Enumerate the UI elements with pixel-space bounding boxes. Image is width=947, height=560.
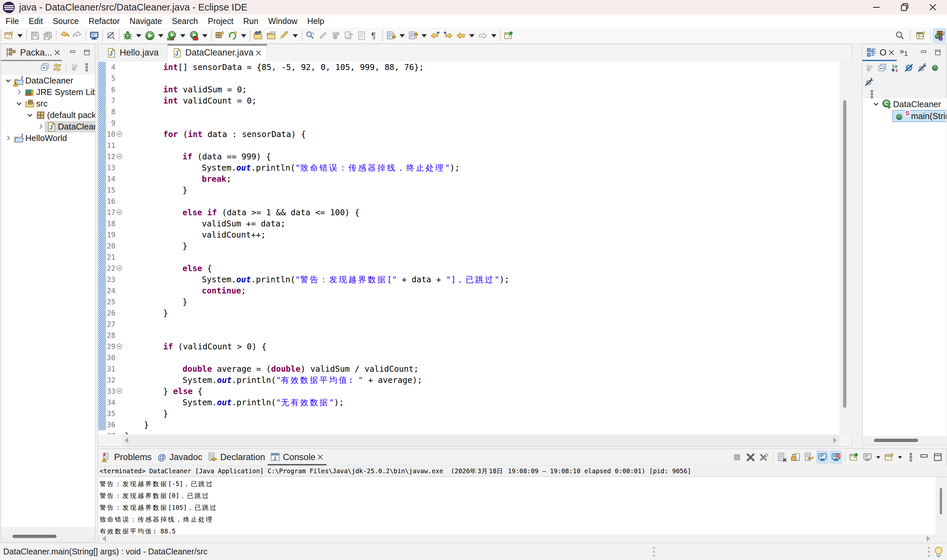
fold-collapse-icon[interactable] [116,388,122,394]
toolbar-button-save[interactable] [29,29,42,42]
pe-tool-focus[interactable] [70,62,80,74]
menu-item-file[interactable]: File [1,14,24,28]
toolbar-dropdown-next-annotation[interactable] [397,29,407,42]
vscroll-thumb[interactable] [940,488,942,514]
close-view-icon[interactable] [888,49,895,56]
console-tool-view-menu[interactable] [905,451,917,463]
toolbar-button-coverage[interactable] [165,29,178,42]
menu-item-run[interactable]: Run [239,14,263,28]
code-line-34[interactable]: 34System.out.println("无有效数据"); [98,397,839,408]
fold-collapse-icon[interactable] [116,265,122,271]
toolbar-button-forward[interactable] [476,29,489,42]
outline-tool-hide-fields[interactable] [904,63,914,74]
console-tool-show-stderr[interactable] [830,451,842,463]
code-line-33[interactable]: 33} else { [98,386,839,397]
outline-tool-sort[interactable] [891,63,901,74]
toolbar-button-prev-edit-location[interactable] [429,29,442,42]
tab-problems[interactable]: Problems [99,449,154,465]
toolbar-button-debug[interactable] [121,29,134,42]
tree-item-src[interactable]: src [1,98,95,109]
tree-item-main-string-args-[interactable]: Smain(String[] args) [863,110,946,122]
console-hscrollbar[interactable] [98,535,947,543]
tree-item-helloworld[interactable]: HelloWorld [1,132,95,144]
console-tool-scroll-lock[interactable] [790,451,801,463]
console-tool-open-console[interactable] [883,451,895,463]
tree-item--default-package-[interactable]: (default package) [1,109,95,121]
toolbar-button-mark-occurrences[interactable] [278,29,291,42]
toolbar-button-external-tools[interactable] [188,29,200,42]
code-line-7[interactable]: 7int validCount = 0; [98,95,839,106]
console-tool-remove-all-terminated[interactable] [758,451,770,463]
scroll-left-arrow[interactable] [125,437,128,443]
code-line-20[interactable]: 20} [98,240,839,252]
toolbar-button-open-folder[interactable] [265,29,278,42]
menu-item-window[interactable]: Window [263,14,302,28]
tree-item-datacleaner[interactable]: DataCleaner [863,98,946,110]
toolbar-dropdown-forward[interactable] [489,29,499,42]
maximize-view-icon[interactable] [83,49,91,56]
toolbar-button-next-annotation[interactable] [385,29,397,42]
code-line-8[interactable]: 8 [98,106,839,118]
console-tool-clear-console[interactable] [776,451,788,463]
toolbar-dropdown-new-wizard[interactable] [15,29,25,42]
tab-package-explorer[interactable]: Packa... [1,44,61,61]
fold-collapse-icon[interactable] [116,209,122,215]
console-output[interactable]: 警告：发现越界数据[-5]，已跳过警告：发现越界数据[0]，已跳过警告：发现越界… [98,477,936,535]
window-restore-button[interactable] [890,0,919,14]
code-line-30[interactable]: 30 [98,352,839,363]
console-tool-pin-console[interactable] [848,451,860,463]
menu-item-help[interactable]: Help [302,14,329,28]
toolbar-button-show-whitespace[interactable] [368,29,381,42]
maximize-view-icon[interactable] [934,49,942,56]
tab-javadoc[interactable]: Javadoc [154,449,205,465]
console-dropdown-display-console[interactable] [875,454,882,461]
code-line-4[interactable]: 4int[] sensorData = {85, -5, 92, 0, 105,… [98,62,839,73]
notification-bulb-icon[interactable] [933,546,944,557]
chevron-open-icon[interactable] [872,100,880,108]
console-tool-terminate[interactable] [731,451,743,463]
code-line-21[interactable]: 21 [98,252,839,263]
toolbar-button-undo[interactable] [58,29,71,42]
toolbar-dropdown-debug[interactable] [134,29,143,42]
toolbar-button-search-torch[interactable] [304,29,317,42]
code-line-13[interactable]: 13System.out.println("致命错误：传感器掉线，终止处理"); [98,162,839,174]
editor-vscrollbar[interactable] [839,62,852,434]
scroll-right-arrow[interactable] [927,536,930,542]
toolbar-button-gray-doc[interactable] [355,29,368,42]
code-line-10[interactable]: 10for (int data : sensorData) { [98,129,839,140]
close-tab-icon[interactable] [255,49,262,57]
fold-collapse-icon[interactable] [116,131,122,137]
console-tool-display-console[interactable] [861,451,873,463]
code-line-27[interactable]: 27 [98,319,839,330]
toolbar-dropdown-coverage[interactable] [178,29,188,42]
code-line-25[interactable]: 25} [98,297,839,308]
chevron-open-icon[interactable] [26,111,34,119]
outline-tool-focus[interactable] [864,63,874,74]
scroll-left-arrow[interactable] [102,536,106,542]
code-line-24[interactable]: 24continue; [98,285,839,297]
console-dropdown-open-console[interactable] [897,454,903,461]
hscroll-thumb[interactable] [12,535,57,538]
code-line-32[interactable]: 32System.out.println("有效数据平均值: " + avera… [98,375,839,386]
tree-item-jre-system-library[interactable]: JRE System Library [1,86,95,98]
code-line-29[interactable]: 29if (validCount > 0) { [98,341,839,352]
code-line-28[interactable]: 28 [98,330,839,341]
toolbar-button-open-type[interactable] [252,29,265,42]
outline-tool-hide-local-types[interactable] [864,77,874,88]
code-line-5[interactable]: 5 [98,73,839,84]
menu-item-project[interactable]: Project [203,14,239,28]
code-line-15[interactable]: 15} [98,185,839,196]
toolbar-button-gray-sync[interactable] [342,29,355,42]
chevron-closed-icon[interactable] [37,123,45,131]
toolbar-button-open-perspective[interactable] [915,29,927,42]
toolbar-button-skip-breakpoints[interactable] [105,29,117,42]
code-line-37[interactable]: 37} [98,431,839,434]
tab-outline[interactable]: O [862,44,895,61]
code-line-16[interactable]: 16 [98,196,839,207]
toolbar-button-new-java-project[interactable] [213,29,226,42]
hscroll-thumb[interactable] [874,439,918,442]
outline-hscrollbar[interactable] [863,436,946,445]
menu-item-edit[interactable]: Edit [24,14,48,28]
toolbar-dropdown-mark-occurrences[interactable] [291,29,300,42]
editor-tab-hello-java[interactable]: Hello.java [98,44,168,62]
